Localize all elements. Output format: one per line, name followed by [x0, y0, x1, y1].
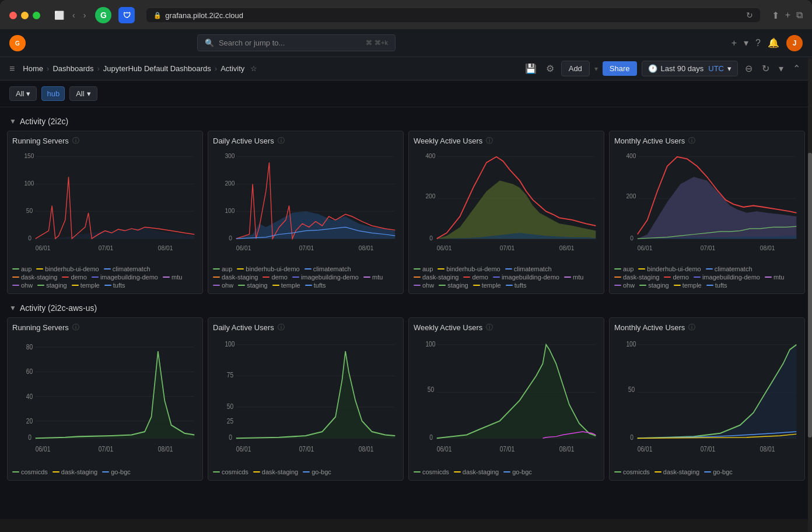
panel-info-daily-2[interactable]: ⓘ: [278, 323, 285, 332]
legend-item: binderhub-ui-demo: [36, 265, 99, 272]
legend-item: cosmicds: [414, 468, 449, 475]
panel-title-running-2: Running Servers: [12, 323, 69, 332]
svg-text:50: 50: [428, 386, 434, 393]
svg-text:G: G: [15, 40, 20, 47]
legend-item: staging: [639, 282, 668, 289]
svg-text:200: 200: [425, 192, 435, 200]
panel-info-monthly-1[interactable]: ⓘ: [688, 136, 695, 146]
search-bar[interactable]: 🔍 Search or jump to... ⌘⌘+k: [197, 34, 396, 51]
svg-text:08/01: 08/01: [359, 244, 374, 251]
refresh-icon[interactable]: ↻: [760, 61, 772, 76]
extension-g-icon[interactable]: G: [95, 7, 111, 23]
scrollbar[interactable]: [808, 58, 812, 532]
settings-icon[interactable]: ⚙: [544, 61, 556, 76]
panel-header-weekly-1: Weekly Active Users ⓘ: [414, 136, 599, 146]
collapse-icon[interactable]: ⌃: [790, 61, 803, 76]
filter-all-2[interactable]: All ▾: [69, 86, 97, 101]
sidebar-toggle-icon[interactable]: ⬜: [52, 9, 66, 21]
legend-item: cosmicds: [614, 468, 650, 475]
refresh-chevron-icon[interactable]: ▾: [776, 61, 786, 76]
close-button[interactable]: [9, 12, 17, 19]
legend-item: imagebuilding-demo: [694, 274, 760, 281]
panel-info-running-2[interactable]: ⓘ: [72, 323, 79, 332]
panel-title-monthly-1: Monthly Active Users: [614, 136, 685, 145]
extension-shield-icon[interactable]: 🛡: [118, 7, 135, 23]
share-icon[interactable]: ⬆: [772, 10, 779, 21]
panel-info-weekly-2[interactable]: ⓘ: [486, 323, 493, 332]
breadcrumb-folder[interactable]: JupyterHub Default Dashboards: [103, 64, 211, 73]
svg-text:50: 50: [628, 386, 635, 393]
filter-all-1[interactable]: All ▾: [9, 86, 37, 101]
panel-info-running-servers-1[interactable]: ⓘ: [72, 136, 79, 146]
bell-icon[interactable]: 🔔: [768, 37, 779, 48]
legend-item: tufts: [104, 282, 125, 289]
new-tab-icon[interactable]: +: [785, 10, 790, 21]
legend-item: aup: [213, 265, 232, 272]
zoom-out-icon[interactable]: ⊖: [743, 61, 755, 76]
address-bar[interactable]: 🔒 grafana.pilot.2i2c.cloud ↻: [146, 8, 760, 22]
legend-daily-1: aup binderhub-ui-demo climatematch dask-…: [213, 265, 398, 289]
legend-item: dask-staging: [12, 274, 57, 281]
svg-text:06/01: 06/01: [437, 445, 452, 453]
save-icon[interactable]: 💾: [523, 61, 539, 76]
breadcrumb-home[interactable]: Home: [23, 64, 43, 73]
section-aws-header[interactable]: ▼ Activity (2i2c-aws-us): [7, 299, 805, 317]
svg-text:07/01: 07/01: [99, 244, 114, 251]
svg-text:0: 0: [229, 234, 232, 241]
menu-icon[interactable]: ≡: [9, 64, 15, 74]
panel-header-weekly-2: Weekly Active Users ⓘ: [414, 323, 599, 332]
chevron-down-icon[interactable]: ▾: [744, 37, 748, 48]
legend-item: temple: [473, 282, 501, 289]
star-icon[interactable]: ☆: [250, 64, 257, 73]
refresh-icon[interactable]: ↻: [746, 10, 753, 20]
legend-item: dask-staging: [454, 468, 499, 475]
panel-monthly-active-users-2: Monthly Active Users ⓘ 100 50 0: [609, 317, 805, 481]
legend-item: tufts: [305, 282, 326, 289]
panel-info-monthly-2[interactable]: ⓘ: [688, 323, 695, 332]
svg-text:08/01: 08/01: [760, 445, 775, 453]
panel-info-daily-1[interactable]: ⓘ: [278, 136, 285, 146]
avatar[interactable]: J: [786, 35, 803, 51]
add-chevron-icon[interactable]: ▾: [594, 65, 598, 73]
scrollbar-thumb[interactable]: [808, 153, 812, 437]
svg-text:100: 100: [225, 206, 235, 214]
svg-text:40: 40: [26, 393, 33, 400]
back-icon[interactable]: ‹: [70, 9, 78, 21]
panels-grid-aws: Running Servers ⓘ 80 60 40 20 0: [7, 317, 805, 481]
chart-running-2: 80 60 40 20 0 06/01 07/0: [12, 335, 198, 466]
share-button[interactable]: Share: [603, 61, 637, 76]
legend-item: ohw: [414, 282, 434, 289]
section-chevron-icon: ▼: [9, 117, 16, 125]
time-range-picker[interactable]: 🕐 Last 90 days UTC ▾: [642, 61, 738, 76]
chart-running-servers-1: 150 100 50 0 06/01: [12, 148, 198, 263]
svg-marker-43: [638, 177, 797, 239]
minimize-button[interactable]: [21, 12, 29, 19]
browser-controls: ⬜ ‹ ›: [52, 9, 88, 21]
chart-daily-1: 300 200 100 0 06/01: [213, 148, 398, 263]
legend-item: climatematch: [706, 265, 752, 272]
svg-text:100: 100: [24, 180, 34, 187]
grafana-logo[interactable]: G: [9, 35, 26, 51]
legend-weekly-1: aup binderhub-ui-demo climatematch dask-…: [414, 265, 599, 289]
filter-hub-tag[interactable]: hub: [41, 86, 65, 101]
plus-icon[interactable]: +: [732, 38, 737, 48]
maximize-button[interactable]: [33, 12, 40, 19]
panel-header-monthly-2: Monthly Active Users ⓘ: [614, 323, 800, 332]
forward-icon[interactable]: ›: [81, 9, 89, 21]
svg-text:50: 50: [26, 206, 33, 214]
top-nav: G 🔍 Search or jump to... ⌘⌘+k + ▾ ? 🔔 J: [0, 29, 812, 57]
nav-right: + ▾ ? 🔔 J: [732, 35, 803, 51]
lock-icon: 🔒: [153, 12, 162, 19]
browser-titlebar: ⬜ ‹ › G 🛡 🔒 grafana.pilot.2i2c.cloud ↻ ⬆…: [9, 7, 803, 29]
svg-text:08/01: 08/01: [559, 445, 575, 453]
panel-info-weekly-1[interactable]: ⓘ: [486, 136, 493, 146]
help-icon[interactable]: ?: [755, 38, 761, 48]
legend-item: imagebuilding-demo: [493, 274, 559, 281]
section-2i2c-header[interactable]: ▼ Activity (2i2c): [7, 112, 805, 131]
tabs-icon[interactable]: ⧉: [796, 10, 803, 21]
legend-item: dask-staging: [213, 274, 258, 281]
add-button[interactable]: Add: [561, 61, 590, 76]
breadcrumb-dashboards[interactable]: Dashboards: [52, 64, 93, 73]
legend-weekly-2: cosmicds dask-staging go-bgc: [414, 468, 599, 475]
svg-text:06/01: 06/01: [236, 244, 251, 251]
